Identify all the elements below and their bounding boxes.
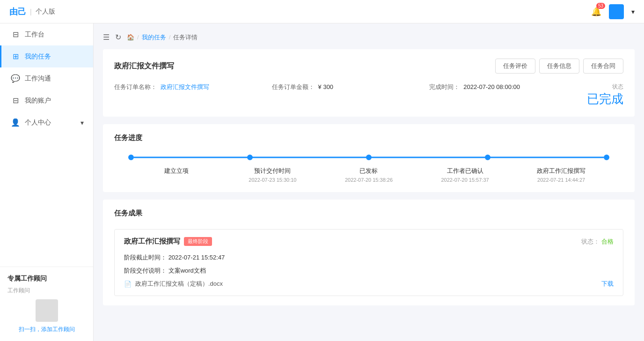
app-edition: 个人版 [36, 7, 55, 16]
notification-bell[interactable]: 🔔 53 [591, 7, 601, 17]
sidebar-item-my-tasks[interactable]: ⊞ 我的任务 [0, 45, 93, 67]
result-deadline-label: 阶段截止时间： [124, 254, 167, 261]
result-status-area: 状态： 合格 [581, 237, 614, 246]
progress-title: 任务进度 [114, 133, 623, 142]
task-name-value[interactable]: 政府汇报文件撰写 [161, 83, 209, 90]
step-time-3: 2022-07-20 15:38:26 [321, 177, 417, 183]
sidebar-item-label: 个人中心 [25, 119, 51, 127]
logo-divider: | [30, 8, 32, 15]
user-avatar-area[interactable]: ▾ [609, 4, 635, 19]
my-account-icon: ⊟ [11, 96, 20, 105]
avatar [609, 4, 624, 19]
progress-dot-3 [366, 155, 372, 160]
step-time-4: 2022-07-20 15:57:37 [417, 177, 513, 183]
step-time-2: 2022-07-23 15:30:10 [225, 177, 321, 183]
task-deadline-label: 完成时间： [429, 83, 460, 90]
sidebar-item-label: 工作沟通 [25, 74, 51, 83]
advisor-avatar [36, 299, 58, 322]
step-name-2: 预计交付时间 [225, 167, 321, 175]
advisor-add-text[interactable]: 扫一扫，添加工作顾问 [7, 326, 86, 334]
task-deadline-item: 完成时间： 2022-07-20 08:00:00 [429, 83, 587, 91]
progress-card: 任务进度 [103, 124, 635, 192]
progress-step-2: 预计交付时间 2022-07-23 15:30:10 [225, 167, 321, 183]
result-section-title: 任务成果 [114, 209, 623, 218]
breadcrumb-my-tasks[interactable]: 我的任务 [142, 33, 166, 42]
progress-step-3: 已发标 2022-07-20 15:38:26 [321, 167, 417, 183]
task-amount-value: ¥ 300 [318, 83, 334, 90]
task-info-row: 任务订单名称： 政府汇报文件撰写 任务订单金额： ¥ 300 完成时间： 202… [114, 83, 623, 107]
sidebar-item-personal-center[interactable]: 👤 个人中心 ▾ [0, 111, 93, 133]
breadcrumb: 🏠 / 我的任务 / 任务详情 [127, 33, 198, 42]
sidebar-item-label: 我的账户 [25, 96, 51, 105]
file-name: 政府工作汇报文稿（定稿）.docx [135, 280, 223, 288]
task-info-button[interactable]: 任务信息 [539, 59, 579, 74]
tag-final: 最终阶段 [184, 237, 212, 246]
main-content: ☰ ↻ 🏠 / 我的任务 / 任务详情 政府汇报文件撰写 任务评价 任务信息 [94, 23, 644, 341]
hamburger-icon[interactable]: ☰ [103, 33, 110, 42]
result-desc-row: 阶段交付说明： 文案word文档 [124, 267, 614, 275]
breadcrumb-sep2: / [169, 34, 171, 41]
file-download-link[interactable]: 下载 [601, 280, 614, 288]
home-icon[interactable]: 🏠 [127, 34, 134, 41]
advisor-subtitle: 工作顾问 [7, 287, 86, 295]
step-time-5: 2022-07-21 14:44:27 [513, 177, 609, 183]
task-result-card: 任务成果 政府工作汇报撰写 最终阶段 状态： 合格 阶段截止时间： [103, 200, 635, 305]
progress-dot-2 [247, 155, 253, 160]
sidebar-item-work-comm[interactable]: 💬 工作沟通 [0, 67, 93, 89]
result-title: 政府工作汇报撰写 [124, 237, 180, 246]
progress-steps: 建立立项 预计交付时间 2022-07-23 15:30:10 已发标 2022… [128, 167, 609, 183]
breadcrumb-sep1: / [137, 34, 139, 41]
chevron-down-icon: ▾ [631, 8, 635, 15]
task-deadline-value: 2022-07-20 08:00:00 [463, 83, 520, 90]
file-icon: 📄 [124, 281, 132, 288]
task-title: 政府汇报文件撰写 [114, 61, 174, 71]
sidebar-item-label: 我的任务 [25, 52, 51, 61]
result-deadline-row: 阶段截止时间： 2022-07-21 15:52:47 [124, 253, 614, 262]
sidebar: ⊟ 工作台 ⊞ 我的任务 💬 工作沟通 ⊟ 我的账户 👤 个人中心 ▾ [0, 23, 94, 341]
result-title-area: 政府工作汇报撰写 最终阶段 [124, 237, 212, 246]
progress-track [128, 154, 609, 161]
step-name-4: 工作者已确认 [417, 167, 513, 175]
app-name: 由己 [9, 6, 26, 17]
refresh-icon[interactable]: ↻ [115, 33, 121, 42]
task-amount-item: 任务订单金额： ¥ 300 [272, 83, 430, 91]
advisor-title: 专属工作顾问 [7, 274, 86, 283]
task-name-label: 任务订单名称： [114, 83, 157, 90]
header-buttons: 任务评价 任务信息 任务合同 [495, 59, 623, 74]
result-status-value: 合格 [601, 238, 614, 245]
result-header: 政府工作汇报撰写 最终阶段 状态： 合格 [124, 237, 614, 246]
progress-dots [128, 155, 609, 160]
result-inner-card: 政府工作汇报撰写 最终阶段 状态： 合格 阶段截止时间： 2022-07-21 … [114, 229, 623, 296]
progress-dot-5 [604, 155, 609, 160]
status-label: 状态 [587, 83, 623, 91]
result-desc-value: 文案word文档 [168, 267, 206, 274]
task-contract-button[interactable]: 任务合同 [583, 59, 623, 74]
task-amount-label: 任务订单金额： [272, 83, 315, 90]
task-name-item: 任务订单名称： 政府汇报文件撰写 [114, 83, 272, 91]
work-comm-icon: 💬 [11, 74, 20, 83]
step-name-5: 政府工作汇报撰写 [513, 167, 609, 175]
chevron-right-icon: ▾ [80, 119, 84, 126]
result-desc-label: 阶段交付说明： [124, 267, 167, 274]
file-row: 📄 政府工作汇报文稿（定稿）.docx 下载 [124, 280, 614, 288]
step-name-3: 已发标 [321, 167, 417, 175]
task-header-card: 政府汇报文件撰写 任务评价 任务信息 任务合同 任务订单名称： 政府汇报文件撰写… [103, 49, 635, 117]
sidebar-item-my-account[interactable]: ⊟ 我的账户 [0, 89, 93, 111]
progress-dot-1 [128, 155, 134, 160]
breadcrumb-task-detail: 任务详情 [173, 33, 198, 42]
progress-step-4: 工作者已确认 2022-07-20 15:57:37 [417, 167, 513, 183]
progress-dot-4 [485, 155, 490, 160]
notification-badge: 53 [596, 3, 605, 9]
progress-step-5: 政府工作汇报撰写 2022-07-21 14:44:27 [513, 167, 609, 183]
sidebar-item-workbench[interactable]: ⊟ 工作台 [0, 23, 93, 45]
progress-container: 建立立项 预计交付时间 2022-07-23 15:30:10 已发标 2022… [114, 154, 623, 183]
task-status-area: 状态 已完成 [587, 83, 623, 107]
my-tasks-icon: ⊞ [11, 52, 20, 61]
workbench-icon: ⊟ [11, 30, 20, 39]
advisor-section: 专属工作顾问 工作顾问 扫一扫，添加工作顾问 [0, 267, 93, 341]
result-deadline-value: 2022-07-21 15:52:47 [168, 254, 225, 261]
progress-step-1: 建立立项 [128, 167, 225, 183]
task-review-button[interactable]: 任务评价 [495, 59, 535, 74]
result-status-label: 状态： [581, 238, 600, 245]
status-value: 已完成 [587, 91, 623, 107]
